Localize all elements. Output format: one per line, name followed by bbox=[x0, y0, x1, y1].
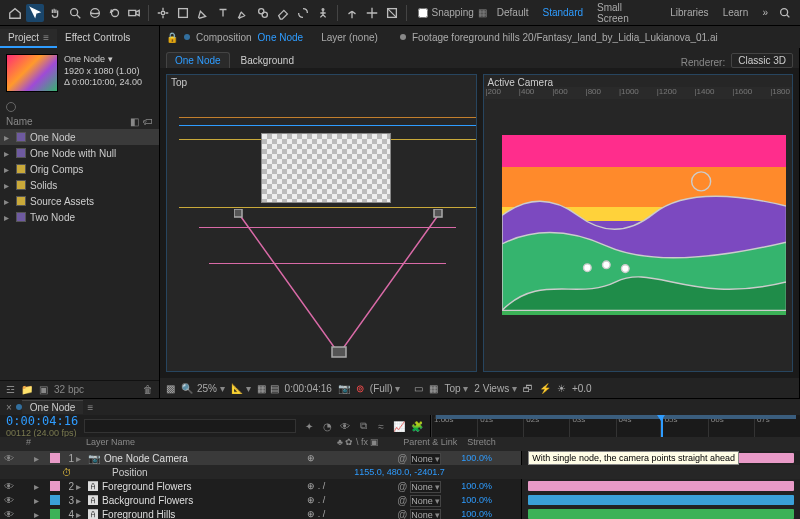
work-area[interactable] bbox=[435, 415, 797, 419]
label-swatch[interactable] bbox=[50, 453, 60, 463]
project-item[interactable]: ▸Orig Comps bbox=[0, 161, 159, 177]
res-half-icon[interactable]: 📐 bbox=[231, 383, 251, 394]
col-layer-name[interactable]: Layer Name bbox=[86, 437, 313, 451]
search-help-icon[interactable] bbox=[776, 4, 794, 22]
pickwhip-icon[interactable]: @ bbox=[397, 481, 407, 492]
roto-tool-icon[interactable] bbox=[294, 4, 312, 22]
label-swatch[interactable] bbox=[50, 495, 60, 505]
layer-row[interactable]: 👁 ▸ 1 ▸📷One Node Camera ⊕ @ None 100.0% … bbox=[0, 451, 800, 465]
lock-icon[interactable]: 🔒 bbox=[166, 32, 178, 43]
view-tab-onenode[interactable]: One Node bbox=[166, 52, 230, 68]
pickwhip-icon[interactable]: @ bbox=[397, 509, 407, 520]
channel-icon[interactable]: ⊚ bbox=[356, 383, 364, 394]
col-parent[interactable]: Parent & Link bbox=[403, 437, 467, 451]
axis-local-icon[interactable] bbox=[343, 4, 361, 22]
workspace-standard[interactable]: Standard bbox=[536, 5, 589, 20]
zoom-dropdown[interactable]: 25% bbox=[197, 383, 225, 394]
renderer-dropdown[interactable]: Classic 3D bbox=[731, 53, 793, 68]
layer-row[interactable]: 👁 ▸ 4 ▸🅰Foreground Hills ⊕ . / @ None 10… bbox=[0, 507, 800, 519]
parent-dropdown[interactable]: None bbox=[410, 495, 441, 507]
layer-row[interactable]: 👁 ▸ 2 ▸🅰Foreground Flowers ⊕ . / @ None … bbox=[0, 479, 800, 493]
tl-shy-icon[interactable]: 👁 bbox=[338, 419, 352, 433]
pickwhip-icon[interactable]: @ bbox=[397, 495, 407, 506]
workspace-default[interactable]: Default bbox=[491, 5, 535, 20]
parent-dropdown[interactable]: None bbox=[410, 509, 441, 520]
anchor-tool-icon[interactable] bbox=[154, 4, 172, 22]
snapshot-icon[interactable]: 📷 bbox=[338, 383, 350, 394]
keyframe-stopwatch-icon[interactable]: ⏱ bbox=[62, 467, 72, 478]
current-timecode[interactable]: 0:00:04:16 bbox=[6, 414, 78, 428]
project-comp-name[interactable]: One Node ▾ bbox=[64, 54, 153, 66]
trash-icon[interactable]: 🗑 bbox=[143, 384, 153, 395]
hand-tool-icon[interactable] bbox=[46, 4, 64, 22]
puppet-tool-icon[interactable] bbox=[314, 4, 332, 22]
region-icon[interactable]: ▭ bbox=[414, 383, 423, 394]
interpret-icon[interactable]: ☲ bbox=[6, 384, 15, 395]
col-index[interactable]: # bbox=[0, 437, 86, 451]
project-item[interactable]: ▸Solids bbox=[0, 177, 159, 193]
share-view-icon[interactable]: 🗗 bbox=[523, 383, 533, 394]
project-col-name[interactable]: Name bbox=[6, 116, 126, 127]
visibility-icon[interactable]: 👁 bbox=[4, 495, 14, 506]
visibility-icon[interactable]: 👁 bbox=[4, 481, 14, 492]
shape-tool-icon[interactable] bbox=[174, 4, 192, 22]
orbit-tool-icon[interactable] bbox=[86, 4, 104, 22]
views-dropdown[interactable]: 2 Views bbox=[474, 383, 517, 394]
pen-tool-icon[interactable] bbox=[194, 4, 212, 22]
new-comp-icon[interactable]: ▣ bbox=[39, 384, 48, 395]
new-folder-icon[interactable]: 📁 bbox=[21, 384, 33, 395]
workspace-small[interactable]: Small Screen bbox=[591, 0, 662, 26]
project-list[interactable]: ▸One Node▸One Node with Null▸Orig Comps▸… bbox=[0, 129, 159, 380]
tl-brainstorm-icon[interactable]: 🧩 bbox=[410, 419, 424, 433]
text-tool-icon[interactable] bbox=[214, 4, 232, 22]
property-value[interactable]: 1155.0, 480.0, -2401.7 bbox=[354, 467, 508, 477]
tl-frameblend-icon[interactable]: ⧉ bbox=[356, 419, 370, 433]
view-tab-background[interactable]: Background bbox=[232, 52, 303, 68]
res-dropdown[interactable]: (Full) bbox=[370, 383, 401, 394]
parent-dropdown[interactable]: None bbox=[410, 453, 441, 465]
current-time-indicator[interactable] bbox=[660, 415, 663, 437]
home-icon[interactable] bbox=[6, 4, 24, 22]
magnify-icon[interactable]: 🔍 bbox=[181, 383, 193, 394]
fast-preview-icon[interactable]: ⚡ bbox=[539, 383, 551, 394]
viewport-active-camera[interactable]: Active Camera |200|400|600|800|1000|1200… bbox=[483, 74, 794, 372]
project-item[interactable]: ▸One Node with Null bbox=[0, 145, 159, 161]
workspace-libraries[interactable]: Libraries bbox=[664, 5, 714, 20]
project-col-type-icon[interactable]: ◧ bbox=[130, 116, 139, 127]
camera-tool-icon[interactable] bbox=[126, 4, 144, 22]
timeline-search-input[interactable] bbox=[84, 419, 296, 433]
time-ruler[interactable]: 1:00s01s02s03s04s05s06s07s bbox=[431, 415, 800, 437]
visibility-icon[interactable]: 👁 bbox=[4, 509, 14, 520]
viewport-top[interactable]: Top bbox=[166, 74, 477, 372]
exposure-value[interactable]: +0.0 bbox=[572, 383, 592, 394]
clone-tool-icon[interactable] bbox=[254, 4, 272, 22]
project-item[interactable]: ▸Source Assets bbox=[0, 193, 159, 209]
workspace-overflow-icon[interactable]: » bbox=[756, 4, 774, 22]
col-switches[interactable]: ♣ ✿ \ fx ▣ bbox=[313, 437, 403, 451]
pickwhip-icon[interactable]: @ bbox=[397, 453, 407, 464]
guides-icon[interactable]: ▤ bbox=[270, 383, 279, 394]
visibility-icon[interactable]: 👁 bbox=[4, 453, 14, 464]
zoom-tool-icon[interactable] bbox=[66, 4, 84, 22]
col-stretch[interactable]: Stretch bbox=[467, 437, 527, 451]
timeline-comp-tab[interactable]: One Node bbox=[22, 400, 84, 414]
brush-tool-icon[interactable] bbox=[234, 4, 252, 22]
bpc-label[interactable]: 32 bpc bbox=[54, 384, 84, 395]
snapping-toggle[interactable]: Snapping ▦ bbox=[418, 7, 487, 18]
exposure-icon[interactable]: ☀ bbox=[557, 383, 566, 394]
tab-project[interactable]: Project≡ bbox=[0, 29, 57, 48]
property-row[interactable]: ⏱ Position 1155.0, 480.0, -2401.7 bbox=[0, 465, 800, 479]
view-dropdown[interactable]: Top bbox=[444, 383, 468, 394]
label-swatch[interactable] bbox=[50, 509, 60, 519]
project-item[interactable]: ▸Two Node bbox=[0, 209, 159, 225]
tl-graph-icon[interactable]: 📈 bbox=[392, 419, 406, 433]
tl-moblur-icon[interactable]: ≈ bbox=[374, 419, 388, 433]
label-swatch[interactable] bbox=[50, 481, 60, 491]
project-col-label-icon[interactable]: 🏷 bbox=[143, 116, 153, 127]
axis-world-icon[interactable] bbox=[363, 4, 381, 22]
project-item[interactable]: ▸One Node bbox=[0, 129, 159, 145]
project-search-icon[interactable] bbox=[6, 102, 16, 112]
workspace-learn[interactable]: Learn bbox=[717, 5, 755, 20]
transparency-icon[interactable]: ▦ bbox=[429, 383, 438, 394]
axis-view-icon[interactable] bbox=[383, 4, 401, 22]
